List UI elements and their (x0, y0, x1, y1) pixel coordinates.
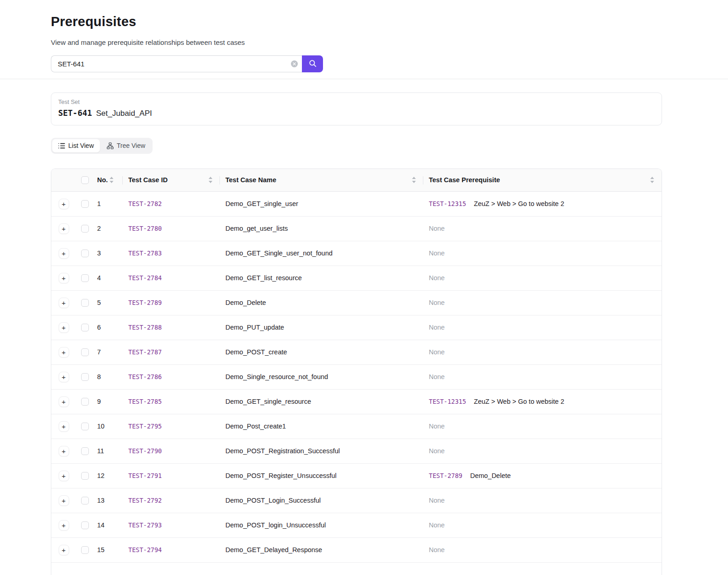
page-subtitle: View and manage prerequisite relationshi… (51, 39, 728, 46)
row-checkbox[interactable] (81, 200, 89, 208)
table-row: + 2 TEST-2780 Demo_get_user_lists None (51, 217, 662, 241)
row-checkbox[interactable] (81, 324, 89, 331)
expand-header-cell (51, 169, 76, 191)
test-case-id-link[interactable]: TEST-2786 (128, 373, 162, 380)
prerequisite-name: ZeuZ > Web > Go to website 2 (474, 200, 564, 207)
prerequisite-id-link[interactable]: TEST-12315 (429, 398, 466, 405)
test-case-id-link[interactable]: TEST-2795 (128, 423, 162, 430)
test-case-id-link[interactable]: TEST-2791 (128, 472, 162, 479)
test-case-name: Demo_Single_resource_not_found (220, 373, 423, 380)
expand-row-button[interactable]: + (59, 421, 69, 432)
row-checkbox[interactable] (81, 546, 89, 554)
row-checkbox[interactable] (81, 423, 89, 430)
prerequisite-id-link[interactable]: TEST-12315 (429, 200, 466, 207)
prerequisite-none: None (429, 250, 445, 257)
table-row: + 10 TEST-2795 Demo_Post_create1 None (51, 414, 662, 439)
expand-row-button[interactable]: + (59, 199, 69, 209)
row-checkbox[interactable] (81, 447, 89, 455)
row-checkbox[interactable] (81, 274, 89, 282)
test-case-id-link[interactable]: TEST-2793 (128, 521, 162, 529)
row-checkbox[interactable] (81, 225, 89, 233)
expand-row-button[interactable]: + (59, 347, 69, 358)
prerequisite-none: None (429, 373, 445, 380)
prerequisite-none: None (429, 497, 445, 504)
test-case-prerequisite: TEST-2789Demo_Delete (423, 472, 662, 479)
expand-row-button[interactable]: + (59, 273, 69, 283)
row-checkbox[interactable] (81, 373, 89, 381)
test-case-id-link[interactable]: TEST-2790 (128, 447, 162, 455)
test-case-prerequisite: None (423, 274, 662, 282)
test-set-name: Set_Jubaid_API (96, 109, 152, 118)
test-case-name: Demo_POST_Registration_Successful (220, 447, 423, 455)
test-case-prerequisite: None (423, 546, 662, 553)
row-number: 2 (93, 225, 123, 232)
search-input[interactable] (51, 55, 302, 72)
expand-row-button[interactable]: + (59, 471, 69, 481)
prerequisite-id-link[interactable]: TEST-2789 (429, 472, 462, 479)
row-number: 13 (93, 497, 123, 504)
expand-row-button[interactable]: + (59, 520, 69, 531)
test-case-name: Demo_GET_Delayed_Response (220, 546, 423, 553)
prerequisite-name: ZeuZ > Web > Go to website 2 (474, 398, 564, 405)
tree-view-tab[interactable]: Tree View (101, 139, 151, 152)
expand-row-button[interactable]: + (59, 495, 69, 506)
expand-row-button[interactable]: + (59, 248, 69, 259)
column-header-no[interactable]: No. (93, 169, 123, 191)
row-checkbox[interactable] (81, 348, 89, 356)
expand-row-button[interactable]: + (59, 396, 69, 407)
test-case-name: Demo_GET_list_resource (220, 274, 423, 282)
test-case-id-link[interactable]: TEST-2789 (128, 299, 162, 306)
list-view-tab[interactable]: List View (52, 139, 100, 152)
row-checkbox[interactable] (81, 299, 89, 307)
sort-icon (650, 177, 654, 183)
test-case-id-link[interactable]: TEST-2785 (128, 398, 162, 405)
prerequisite-none: None (429, 274, 445, 282)
clear-search-button[interactable] (291, 60, 298, 67)
expand-row-button[interactable]: + (59, 322, 69, 333)
test-case-id-link[interactable]: TEST-2784 (128, 274, 162, 282)
test-case-id-link[interactable]: TEST-2782 (128, 200, 162, 207)
row-number: 11 (93, 447, 123, 455)
column-header-test-case-prerequisite[interactable]: Test Case Prerequisite (423, 169, 662, 191)
expand-row-button[interactable]: + (59, 372, 69, 382)
row-number: 14 (93, 521, 123, 529)
test-case-id-link[interactable]: TEST-2783 (128, 250, 162, 257)
list-view-label: List View (68, 142, 94, 150)
test-set-id: SET-641 (58, 108, 92, 118)
test-case-prerequisite: None (423, 497, 662, 504)
test-case-id-link[interactable]: TEST-2787 (128, 348, 162, 356)
row-checkbox[interactable] (81, 250, 89, 257)
test-case-id-link[interactable]: TEST-2792 (128, 497, 162, 504)
page-title: Prerequisites (51, 15, 728, 28)
clear-circle-icon (291, 62, 298, 69)
test-case-id-link[interactable]: TEST-2788 (128, 324, 162, 331)
page-header: Prerequisites View and manage prerequisi… (0, 0, 728, 79)
expand-row-button[interactable]: + (59, 298, 69, 308)
test-case-prerequisite: TEST-12315ZeuZ > Web > Go to website 2 (423, 398, 662, 405)
test-case-prerequisite: None (423, 447, 662, 455)
row-number: 3 (93, 250, 123, 257)
row-checkbox[interactable] (81, 398, 89, 406)
table-row: + 13 TEST-2792 Demo_POST_Login_Successfu… (51, 488, 662, 513)
table-body: + 1 TEST-2782 Demo_GET_single_user TEST-… (51, 192, 662, 563)
search-button[interactable] (302, 55, 323, 72)
expand-row-button[interactable]: + (59, 446, 69, 456)
test-case-id-link[interactable]: TEST-2780 (128, 225, 162, 232)
sort-icon (412, 177, 416, 183)
row-checkbox[interactable] (81, 497, 89, 504)
row-checkbox[interactable] (81, 521, 89, 529)
test-case-id-link[interactable]: TEST-2794 (128, 546, 162, 553)
view-toggle: List View Tree View (51, 138, 153, 154)
expand-row-button[interactable]: + (59, 223, 69, 234)
table-row: + 4 TEST-2784 Demo_GET_list_resource Non… (51, 266, 662, 291)
column-header-test-case-id[interactable]: Test Case ID (123, 169, 220, 191)
table-row: + 1 TEST-2782 Demo_GET_single_user TEST-… (51, 192, 662, 217)
table-row: + 8 TEST-2786 Demo_Single_resource_not_f… (51, 365, 662, 390)
row-checkbox[interactable] (81, 472, 89, 480)
column-header-test-case-name[interactable]: Test Case Name (220, 169, 423, 191)
row-number: 4 (93, 274, 123, 282)
table-row: + 5 TEST-2789 Demo_Delete None (51, 291, 662, 315)
test-case-name: Demo_POST_Register_Unsuccessful (220, 472, 423, 479)
select-all-checkbox[interactable] (81, 176, 89, 184)
expand-row-button[interactable]: + (59, 545, 69, 555)
